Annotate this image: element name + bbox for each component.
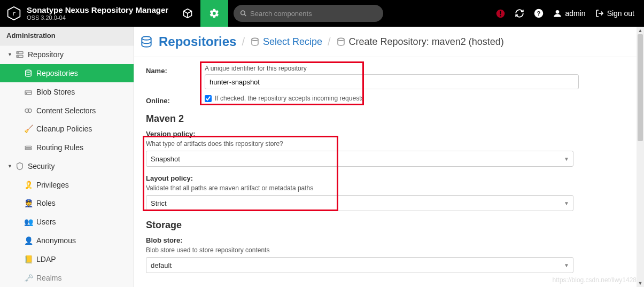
crumb-sep: / (242, 36, 245, 48)
name-label: Name: (146, 65, 205, 75)
disks-icon (22, 69, 34, 77)
repositories-icon (139, 35, 153, 49)
chevron-down-icon: ▼ (564, 200, 569, 206)
section-storage: Storage (146, 220, 628, 231)
svg-point-13 (18, 52, 18, 53)
sidebar-item-content-selectors[interactable]: Content Selectors (0, 101, 134, 120)
sidebar-item-realms[interactable]: 🗝️ Realms (0, 268, 134, 287)
svg-point-9 (556, 10, 560, 14)
logo-area: r Sonatype Nexus Repository Manager OSS … (0, 0, 175, 27)
crumb-sep: / (328, 36, 331, 48)
sidebar-item-label: Realms (36, 274, 61, 282)
layout-policy-help: Validate that all paths are maven artifa… (146, 184, 628, 192)
name-help: A unique identifier for this repository (205, 65, 628, 72)
sidebar-item-label: Anonymous (36, 236, 76, 245)
svg-rect-6 (500, 15, 501, 16)
version-policy-help: What type of artifacts does this reposit… (146, 140, 628, 148)
sidebar-item-ldap[interactable]: 📒 LDAP (0, 250, 134, 268)
user-menu[interactable]: admin (553, 9, 585, 18)
version-policy-select[interactable]: Snapshot ▼ (146, 151, 573, 167)
sidebar-item-label: Routing Rules (36, 143, 83, 152)
book-icon: 📒 (22, 255, 34, 263)
user-icon (553, 9, 562, 18)
online-checkbox-row[interactable]: If checked, the repository accepts incom… (205, 95, 628, 102)
disk-icon (22, 88, 34, 96)
caret-down-icon: ▼ (7, 52, 14, 57)
crumb-repositories[interactable]: Repositories (159, 34, 236, 49)
sidebar-group-repository[interactable]: ▼ Repository (0, 45, 134, 64)
scroll-up-icon[interactable]: ▲ (637, 27, 644, 34)
anon-icon: 👤 (22, 236, 34, 245)
layout-policy-select[interactable]: Strict ▼ (146, 195, 573, 211)
svg-point-14 (18, 56, 18, 57)
layout-policy-label: Layout policy: (146, 174, 628, 182)
sidebar-item-label: Blob Stores (36, 88, 75, 96)
signout-button[interactable]: Sign out (595, 9, 634, 18)
sidebar-group-label: Repository (28, 50, 64, 59)
ribbon-icon: 🎗️ (22, 181, 34, 189)
blob-store-label: Blob store: (146, 236, 628, 244)
scroll-thumb[interactable] (638, 34, 643, 141)
search-input[interactable] (250, 10, 377, 18)
sidebar-group-security[interactable]: ▼ Security (0, 157, 134, 176)
version-policy-label: Version policy: (146, 130, 628, 138)
database-icon (336, 37, 346, 46)
sidebar-item-anonymous[interactable]: 👤 Anonymous (0, 231, 134, 250)
svg-line-3 (244, 14, 246, 16)
blob-store-help: Blob store used to store repository cont… (146, 246, 628, 254)
blob-store-select[interactable]: default ▼ (146, 257, 573, 273)
chevron-down-icon: ▼ (564, 156, 569, 162)
product-version: OSS 3.20.0-04 (27, 14, 168, 21)
svg-rect-21 (25, 148, 32, 150)
sidebar-item-privileges[interactable]: 🎗️ Privileges (0, 175, 134, 194)
sidebar-title: Administration (0, 27, 134, 45)
sidebar-item-label: Roles (36, 199, 56, 207)
breadcrumb: Repositories / Select Recipe / Create Re… (134, 27, 644, 57)
online-help: If checked, the repository accepts incom… (215, 95, 364, 102)
svg-point-15 (26, 70, 32, 72)
sidebar-item-routing-rules[interactable]: Routing Rules (0, 138, 134, 157)
header-right: ? admin Sign out (495, 9, 644, 18)
logo-icon: r (6, 6, 21, 21)
crumb-select-recipe[interactable]: Select Recipe (250, 36, 322, 48)
svg-point-23 (252, 38, 258, 41)
sidebar-item-label: Cleanup Policies (36, 125, 92, 133)
help-icon[interactable]: ? (534, 9, 544, 18)
svg-rect-20 (25, 146, 32, 148)
name-input[interactable] (205, 74, 579, 89)
svg-point-2 (241, 11, 245, 15)
online-label: Online: (146, 95, 205, 105)
refresh-icon[interactable] (515, 9, 524, 18)
health-status-icon[interactable] (495, 9, 505, 18)
svg-text:r: r (12, 10, 16, 17)
user-label: admin (565, 9, 585, 18)
server-icon (14, 50, 26, 59)
app-header: r Sonatype Nexus Repository Manager OSS … (0, 0, 644, 27)
svg-text:?: ? (537, 10, 541, 17)
tags-icon (22, 106, 34, 115)
online-checkbox[interactable] (205, 95, 212, 102)
shield-icon (14, 162, 26, 170)
browse-button[interactable] (175, 0, 200, 27)
sidebar-item-label: Repositories (36, 69, 78, 77)
admin-button[interactable] (200, 0, 228, 27)
scrollbar[interactable]: ▲ ▼ (637, 27, 644, 287)
signout-icon (595, 9, 604, 18)
form-content: Name: A unique identifier for this repos… (134, 57, 644, 287)
search-box[interactable] (234, 5, 383, 22)
badge-icon: 👮 (22, 199, 34, 207)
scroll-down-icon[interactable]: ▼ (637, 280, 644, 287)
sidebar-item-roles[interactable]: 👮 Roles (0, 194, 134, 213)
sidebar-item-blob-stores[interactable]: Blob Stores (0, 82, 134, 101)
sidebar-item-users[interactable]: 👥 Users (0, 213, 134, 231)
sidebar-item-repositories[interactable]: Repositories (0, 64, 134, 83)
sidebar-item-label: Content Selectors (36, 106, 96, 115)
sidebar-item-label: LDAP (36, 255, 56, 263)
sidebar-item-cleanup-policies[interactable]: 🧹 Cleanup Policies (0, 120, 134, 138)
broom-icon: 🧹 (22, 125, 34, 133)
sidebar-item-label: Privileges (36, 181, 69, 189)
sidebar: Administration ▼ Repository Repositories… (0, 27, 134, 287)
database-icon (250, 37, 260, 46)
sidebar-group-label: Security (28, 162, 55, 170)
users-icon: 👥 (22, 218, 34, 226)
